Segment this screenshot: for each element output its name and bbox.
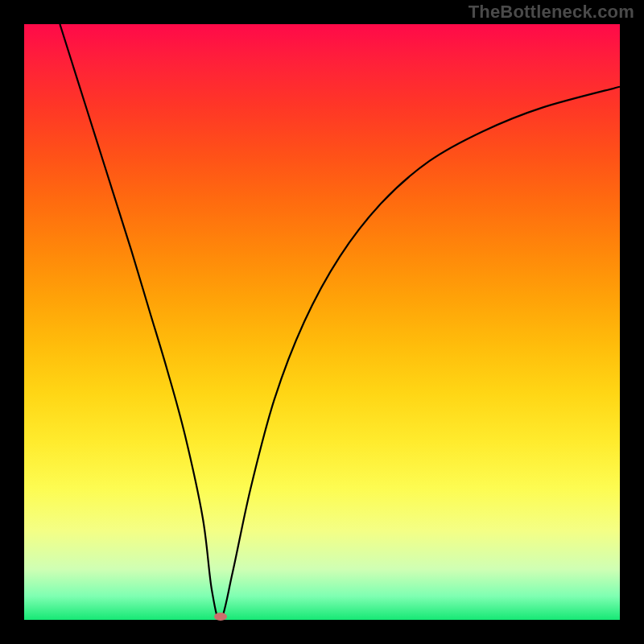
minimum-marker [214, 613, 227, 621]
watermark-text: TheBottleneck.com [469, 2, 634, 23]
bottleneck-curve [24, 24, 620, 620]
curve-path [60, 24, 620, 620]
plot-area [24, 24, 620, 620]
chart-container: TheBottleneck.com [0, 0, 644, 644]
